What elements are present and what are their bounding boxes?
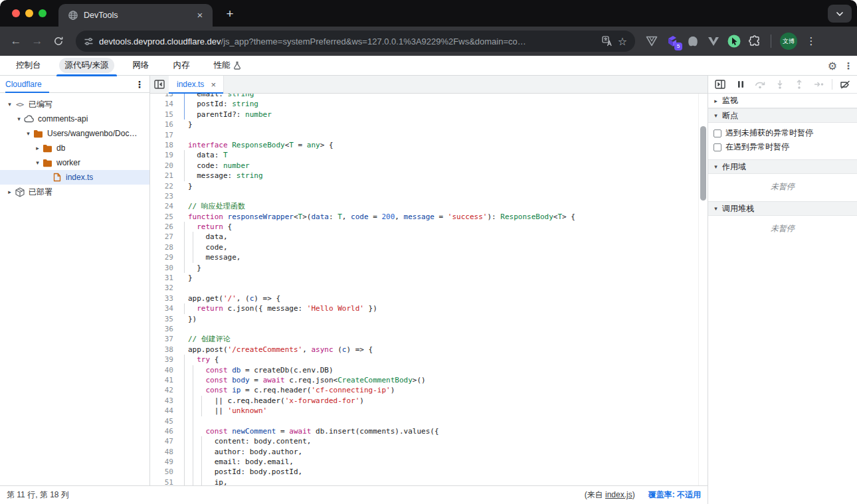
line-number[interactable]: 36 (150, 324, 179, 334)
line-number[interactable]: 15 (150, 110, 179, 120)
line-number[interactable]: 14 (150, 99, 179, 109)
devtools-tab-4[interactable]: 内存 (163, 56, 199, 76)
line-content[interactable]: return { (179, 222, 232, 232)
purple-extension-icon[interactable]: 5 (665, 34, 680, 48)
line-content[interactable]: content: body.content, (179, 436, 311, 446)
line-number[interactable]: 50 (150, 467, 179, 477)
tree-item-comments-api[interactable]: ▾comments-api (0, 112, 149, 126)
line-number[interactable]: 40 (150, 365, 179, 375)
line-number[interactable]: 31 (150, 273, 179, 283)
step-over-button[interactable] (753, 76, 768, 92)
editor-tab-index-ts[interactable]: index.ts × (169, 76, 224, 93)
zoom-window-button[interactable] (39, 9, 47, 17)
line-number[interactable]: 27 (150, 232, 179, 242)
line-content[interactable]: return c.json({ message: 'Hello World' }… (179, 303, 377, 313)
tab-search-button[interactable] (828, 5, 852, 23)
expand-arrow-open-icon[interactable]: ▾ (33, 159, 42, 166)
line-content[interactable]: } (179, 263, 201, 273)
back-button[interactable]: ← (7, 32, 25, 50)
line-content[interactable]: const newComment = await db.insert(comme… (179, 426, 439, 436)
line-number[interactable]: 22 (150, 181, 179, 191)
line-number[interactable]: 33 (150, 294, 179, 303)
show-debugger-sidebar-icon[interactable] (712, 76, 727, 92)
line-content[interactable]: // 创建评论 (179, 334, 231, 344)
scope-section-header[interactable]: ▾ 作用域 (708, 159, 857, 174)
line-number[interactable]: 17 (150, 130, 179, 140)
line-number[interactable]: 51 (150, 477, 179, 485)
expand-arrow-closed-icon[interactable]: ▸ (5, 189, 14, 195)
tree-item-index.ts[interactable]: index.ts (0, 170, 149, 185)
line-content[interactable]: app.post('/createComments', async (c) =>… (179, 345, 373, 355)
line-content[interactable]: function responseWrapper<T>(data: T, cod… (179, 212, 575, 222)
line-number[interactable]: 35 (150, 314, 179, 324)
line-number[interactable]: 32 (150, 283, 179, 293)
editor-tab-close-icon[interactable]: × (209, 80, 218, 90)
line-content[interactable]: interface ResponseBody<T = any> { (179, 140, 333, 150)
bookmark-star-icon[interactable]: ☆ (618, 35, 627, 48)
checkbox-unchecked[interactable] (714, 129, 721, 137)
line-number[interactable]: 24 (150, 201, 179, 211)
expand-arrow-closed-icon[interactable]: ▸ (33, 145, 42, 151)
line-number[interactable]: 18 (150, 140, 179, 150)
checkbox-unchecked[interactable] (714, 143, 721, 151)
devtools-tab-1[interactable]: 控制台 (6, 56, 51, 76)
line-content[interactable]: try { (179, 355, 219, 365)
line-number[interactable]: 23 (150, 191, 179, 201)
step-into-button[interactable] (772, 76, 787, 92)
minimize-window-button[interactable] (25, 9, 33, 17)
devtools-menu-icon[interactable]: ⋮ (844, 60, 853, 71)
line-content[interactable]: || c.req.header('x-forwarded-for') (179, 396, 364, 406)
line-number[interactable]: 16 (150, 120, 179, 129)
line-content[interactable]: app.get('/', (c) => { (179, 294, 280, 303)
url-text[interactable]: devtools.devprod.cloudflare.dev/js_app?t… (99, 37, 597, 46)
chrome-menu-icon[interactable]: ⋮ (803, 35, 819, 47)
tree-item-db[interactable]: ▸db (0, 141, 149, 155)
tab-close-icon[interactable]: × (194, 9, 206, 21)
line-content[interactable]: code, (179, 242, 228, 252)
scrollbar-thumb[interactable] (700, 126, 706, 201)
line-content[interactable]: postId: body.postId, (179, 467, 302, 477)
line-number[interactable]: 26 (150, 222, 179, 232)
line-content[interactable]: } (179, 181, 193, 191)
line-content[interactable] (179, 130, 188, 140)
hide-navigator-icon[interactable] (150, 76, 169, 93)
new-tab-button[interactable]: + (222, 7, 238, 23)
line-content[interactable]: } (179, 120, 193, 129)
line-content[interactable] (179, 191, 188, 201)
reload-button[interactable] (49, 32, 68, 50)
deactivate-breakpoints-button[interactable] (838, 76, 853, 92)
devtools-tab-2[interactable]: 源代码/来源 (55, 56, 119, 76)
line-number[interactable]: 38 (150, 345, 179, 355)
translate-icon[interactable] (602, 36, 613, 46)
line-content[interactable]: email: body.email, (179, 457, 294, 467)
settings-gear-icon[interactable]: ⚙ (828, 60, 837, 72)
devtools-tab-5[interactable]: 性能 (203, 56, 251, 76)
step-out-button[interactable] (791, 76, 807, 92)
expand-arrow-open-icon[interactable]: ▾ (5, 101, 14, 108)
blob-extension-icon[interactable] (686, 34, 700, 48)
line-number[interactable]: 19 (150, 150, 179, 160)
line-number[interactable]: 28 (150, 242, 179, 252)
callstack-section-header[interactable]: ▾ 调用堆栈 (708, 201, 857, 216)
line-number[interactable]: 43 (150, 396, 179, 406)
line-number[interactable]: 37 (150, 334, 179, 344)
line-content[interactable]: || 'unknown' (179, 406, 267, 416)
expand-arrow-open-icon[interactable]: ▾ (24, 130, 33, 137)
tree-item-userswangwenbodoc[interactable]: ▾Users/wangwenbo/Doc… (0, 126, 149, 141)
line-number[interactable]: 30 (150, 263, 179, 273)
line-number[interactable]: 48 (150, 447, 179, 457)
extensions-puzzle-icon[interactable] (747, 34, 762, 48)
breakpoint-option-1[interactable]: 遇到未捕获的异常时暂停 (708, 126, 857, 140)
line-number[interactable]: 46 (150, 426, 179, 436)
line-number[interactable]: 45 (150, 416, 179, 426)
tree-item-[interactable]: ▸已部署 (0, 185, 149, 199)
line-content[interactable]: message: string (179, 171, 263, 181)
line-content[interactable]: }) (179, 314, 197, 324)
line-number[interactable]: 13 (150, 94, 179, 99)
navigator-more-tabs-icon[interactable]: ⋮ (135, 79, 144, 90)
line-number[interactable]: 49 (150, 457, 179, 467)
line-number[interactable]: 44 (150, 406, 179, 416)
sourcemap-link[interactable]: index.js (605, 490, 632, 499)
line-content[interactable]: data, (179, 232, 228, 242)
line-content[interactable] (179, 416, 188, 426)
